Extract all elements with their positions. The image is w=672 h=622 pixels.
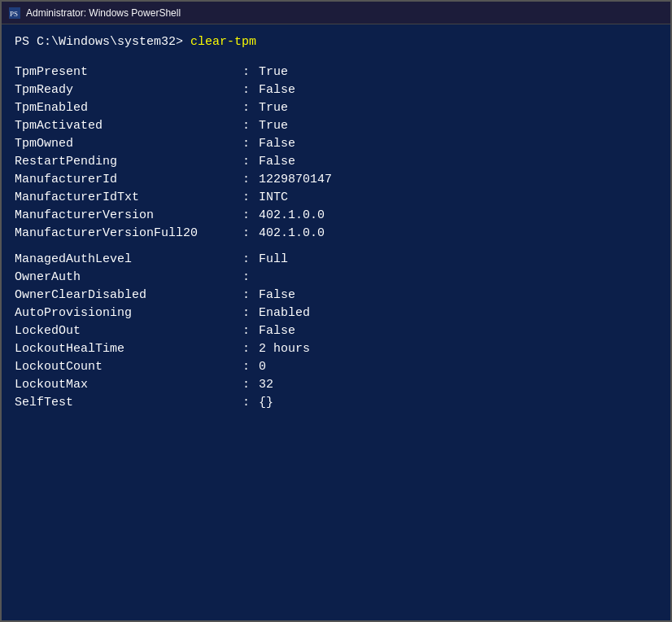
prop-name: SelfTest xyxy=(15,396,242,410)
command-text: clear-tpm xyxy=(190,35,256,49)
prop-separator: : xyxy=(242,65,259,79)
prop-value: True xyxy=(259,65,288,79)
prop-value: False xyxy=(259,324,295,338)
prop-name: OwnerClearDisabled xyxy=(15,288,242,302)
output-row: RestartPending : False xyxy=(15,155,657,173)
prop-value: {} xyxy=(259,396,273,410)
output-row: ManufacturerVersion : 402.1.0.0 xyxy=(15,208,657,226)
output-row: TpmEnabled : True xyxy=(15,101,657,119)
output-row: ManufacturerVersionFull20 : 402.1.0.0 xyxy=(15,226,657,244)
prop-name: TpmEnabled xyxy=(15,101,242,115)
prop-separator: : xyxy=(242,342,259,356)
output-row: ManufacturerId : 1229870147 xyxy=(15,173,657,191)
prompt-text: PS C:\Windows\system32> xyxy=(15,35,190,49)
prop-value: True xyxy=(259,101,288,115)
powershell-icon: PS xyxy=(8,7,21,20)
prop-separator: : xyxy=(242,101,259,115)
output-row: TpmPresent : True xyxy=(15,65,657,83)
prop-value: 2 hours xyxy=(259,342,310,356)
prop-value: Enabled xyxy=(259,306,310,320)
svg-text:PS: PS xyxy=(10,10,18,18)
prop-name: TpmOwned xyxy=(15,137,242,151)
prop-separator: : xyxy=(242,83,259,97)
prop-name: ManufacturerIdTxt xyxy=(15,191,242,204)
output-row: LockoutMax : 32 xyxy=(15,378,657,396)
prop-separator: : xyxy=(242,252,259,266)
prop-name: LockoutCount xyxy=(15,360,242,374)
output-row: TpmOwned : False xyxy=(15,137,657,155)
output-row xyxy=(15,244,657,252)
prop-value: False xyxy=(259,83,295,97)
prop-value: False xyxy=(259,155,295,169)
output-row: LockedOut : False xyxy=(15,324,657,342)
output-row: TpmReady : False xyxy=(15,83,657,101)
prop-value: 32 xyxy=(259,378,273,392)
prop-name: LockoutHealTime xyxy=(15,342,242,356)
terminal-body[interactable]: PS C:\Windows\system32> clear-tpm TpmPre… xyxy=(2,24,670,620)
output-row: SelfTest : {} xyxy=(15,396,657,414)
prop-separator: : xyxy=(242,396,259,410)
output-row: LockoutHealTime : 2 hours xyxy=(15,342,657,360)
prop-name: ManufacturerVersionFull20 xyxy=(15,226,242,240)
prop-separator: : xyxy=(242,119,259,133)
prop-separator: : xyxy=(242,155,259,169)
output-row: ManufacturerIdTxt : INTC xyxy=(15,191,657,208)
output-row: LockoutCount : 0 xyxy=(15,360,657,378)
prop-separator: : xyxy=(242,208,259,222)
title-bar: PS Administrator: Windows PowerShell xyxy=(2,2,670,24)
prop-value: 402.1.0.0 xyxy=(259,208,325,222)
prop-value: False xyxy=(259,137,295,151)
output-row: OwnerAuth : xyxy=(15,270,657,288)
prop-name: OwnerAuth xyxy=(15,270,242,284)
prop-name: TpmReady xyxy=(15,83,242,97)
prop-value: INTC xyxy=(259,191,288,204)
prop-separator: : xyxy=(242,226,259,240)
prop-name: ManufacturerId xyxy=(15,173,242,186)
prompt-line: PS C:\Windows\system32> clear-tpm xyxy=(15,34,657,49)
prop-separator: : xyxy=(242,270,259,284)
prop-value: True xyxy=(259,119,288,133)
prop-name: RestartPending xyxy=(15,155,242,169)
prop-value: False xyxy=(259,288,295,302)
prop-name: TpmPresent xyxy=(15,65,242,79)
prop-separator: : xyxy=(242,191,259,204)
prop-value: 0 xyxy=(259,360,266,374)
prop-separator: : xyxy=(242,173,259,186)
prop-separator: : xyxy=(242,137,259,151)
output-row: ManagedAuthLevel : Full xyxy=(15,252,657,270)
prop-separator: : xyxy=(242,306,259,320)
prop-name: LockoutMax xyxy=(15,378,242,392)
output-row: OwnerClearDisabled : False xyxy=(15,288,657,306)
output-table: TpmPresent : TrueTpmReady : FalseTpmEnab… xyxy=(15,65,657,414)
prop-separator: : xyxy=(242,324,259,338)
prop-name: ManagedAuthLevel xyxy=(15,252,242,266)
output-row: AutoProvisioning : Enabled xyxy=(15,306,657,324)
prop-name: AutoProvisioning xyxy=(15,306,242,320)
prop-name: ManufacturerVersion xyxy=(15,208,242,222)
prop-name: TpmActivated xyxy=(15,119,242,133)
prop-separator: : xyxy=(242,378,259,392)
powershell-window: PS Administrator: Windows PowerShell PS … xyxy=(0,0,672,622)
title-bar-text: Administrator: Windows PowerShell xyxy=(26,7,181,19)
output-row: TpmActivated : True xyxy=(15,119,657,137)
prop-value: 402.1.0.0 xyxy=(259,226,325,240)
prop-value: Full xyxy=(259,252,288,266)
prop-value: 1229870147 xyxy=(259,173,332,186)
prop-name: LockedOut xyxy=(15,324,242,338)
prop-separator: : xyxy=(242,288,259,302)
prop-separator: : xyxy=(242,360,259,374)
